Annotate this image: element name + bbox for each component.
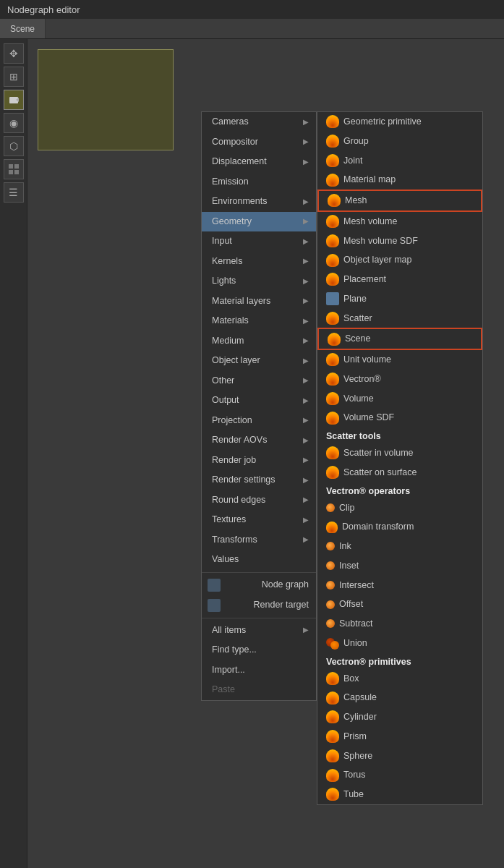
menu-item-textures[interactable]: Textures ▶ — [202, 510, 316, 530]
right-menu-scatter-on-surface[interactable]: Scatter on surface — [317, 463, 482, 482]
menu-item-compositor[interactable]: Compositor ▶ — [202, 132, 316, 153]
menu-item-projection[interactable]: Projection ▶ — [202, 411, 316, 431]
canvas-area: Cameras ▶ Compositor ▶ Displacement ▶ Em… — [27, 39, 504, 868]
arrow-icon: ▶ — [303, 396, 309, 406]
title-bar: Nodegraph editor — [0, 0, 504, 19]
flame-icon — [326, 115, 339, 128]
right-menu-clip[interactable]: Clip — [317, 498, 482, 518]
orange-dot-icon — [326, 619, 335, 628]
menu-item-paste[interactable]: Paste — [202, 680, 316, 700]
flame-icon — [326, 312, 339, 325]
right-menu-vectron[interactable]: Vectron® — [317, 370, 482, 389]
right-menu-prism[interactable]: Prism — [317, 727, 482, 746]
flame-icon — [326, 154, 339, 167]
select-tool-button[interactable]: ⊞ — [4, 67, 24, 87]
menu-item-render-target[interactable]: Render target — [202, 595, 316, 616]
flame-icon — [326, 412, 339, 425]
arrow-icon: ▶ — [303, 237, 309, 247]
arrow-icon: ▶ — [303, 197, 309, 207]
right-menu-intersect[interactable]: Intersect — [317, 576, 482, 595]
menu-item-material-layers[interactable]: Material layers ▶ — [202, 292, 316, 312]
menu-item-other[interactable]: Other ▶ — [202, 371, 316, 391]
menu-item-input[interactable]: Input ▶ — [202, 231, 316, 252]
arrow-icon: ▶ — [303, 625, 309, 635]
arrow-icon: ▶ — [303, 515, 309, 525]
right-menu-ink[interactable]: Ink — [317, 537, 482, 556]
sphere-tool-button[interactable]: ◉ — [4, 113, 24, 133]
flame-icon — [326, 788, 339, 801]
right-menu-joint[interactable]: Joint — [317, 151, 482, 171]
right-menu-box[interactable]: Box — [317, 669, 482, 689]
right-menu-object-layer-map[interactable]: Object layer map — [317, 250, 482, 270]
svg-rect-2 — [9, 164, 13, 169]
flame-icon — [326, 749, 339, 762]
right-menu-scatter-in-volume[interactable]: Scatter in volume — [317, 443, 482, 463]
menu-item-round-edges[interactable]: Round edges ▶ — [202, 490, 316, 511]
menu-item-materials[interactable]: Materials ▶ — [202, 311, 316, 331]
menu-item-object-layer[interactable]: Object layer ▶ — [202, 351, 316, 371]
orange-dot-icon — [326, 561, 335, 570]
right-menu-cylinder[interactable]: Cylinder — [317, 707, 482, 727]
right-menu-mesh[interactable]: Mesh — [317, 190, 482, 212]
right-menu-union[interactable]: Union — [317, 634, 482, 653]
right-menu-unit-volume[interactable]: Unit volume — [317, 350, 482, 370]
right-menu-scene[interactable]: Scene — [317, 328, 482, 350]
right-menu-scatter[interactable]: Scatter — [317, 309, 482, 328]
right-menu-sphere[interactable]: Sphere — [317, 746, 482, 766]
menu-item-lights[interactable]: Lights ▶ — [202, 271, 316, 292]
flame-icon — [326, 392, 339, 405]
menu-item-emission[interactable]: Emission — [202, 172, 316, 192]
left-toolbar: ✥ ⊞ ◉ ⬡ ☰ — [0, 39, 27, 868]
arrow-icon: ▶ — [303, 356, 309, 366]
right-menu-inset[interactable]: Inset — [317, 556, 482, 576]
move-tool-button[interactable]: ✥ — [4, 43, 24, 64]
menu-item-output[interactable]: Output ▶ — [202, 391, 316, 411]
menu-item-environments[interactable]: Environments ▶ — [202, 192, 316, 212]
flame-icon — [326, 730, 339, 743]
menu-item-geometry[interactable]: Geometry ▶ — [202, 212, 316, 232]
menu-item-kernels[interactable]: Kernels ▶ — [202, 252, 316, 272]
menu-item-displacement[interactable]: Displacement ▶ — [202, 152, 316, 172]
flame-icon — [326, 692, 339, 705]
right-menu-placement[interactable]: Placement — [317, 270, 482, 289]
svg-rect-4 — [9, 170, 13, 174]
menu-item-import[interactable]: Import... — [202, 660, 316, 681]
arrow-icon: ▶ — [303, 475, 309, 485]
scene-tab[interactable]: Scene — [0, 19, 46, 38]
arrow-icon: ▶ — [303, 435, 309, 446]
dual-icon — [326, 637, 339, 650]
right-menu-plane[interactable]: Plane — [317, 289, 482, 309]
arrow-icon: ▶ — [303, 375, 309, 386]
menu-item-transforms[interactable]: Transforms ▶ — [202, 530, 316, 550]
right-menu-volume[interactable]: Volume — [317, 389, 482, 409]
right-menu-torus[interactable]: Torus — [317, 765, 482, 785]
render-target-icon — [208, 599, 221, 612]
menu-item-medium[interactable]: Medium ▶ — [202, 331, 316, 352]
grid-tool-button[interactable] — [4, 159, 24, 179]
flame-icon — [326, 373, 339, 386]
right-menu-geometric-primitive[interactable]: Geometric primitive — [317, 112, 482, 132]
right-menu-mesh-volume[interactable]: Mesh volume — [317, 212, 482, 231]
link-tool-button[interactable]: ⬡ — [4, 136, 24, 156]
right-menu-material-map[interactable]: Material map — [317, 170, 482, 190]
right-menu-domain-transform[interactable]: Domain transform — [317, 517, 482, 537]
blue-icon — [326, 292, 339, 305]
right-menu-offset[interactable]: Offset — [317, 595, 482, 614]
right-menu-group[interactable]: Group — [317, 132, 482, 151]
menu-item-values[interactable]: Values — [202, 550, 316, 570]
right-menu-capsule[interactable]: Capsule — [317, 688, 482, 707]
menu-item-render-job[interactable]: Render job ▶ — [202, 451, 316, 471]
menu-item-cameras[interactable]: Cameras ▶ — [202, 112, 316, 132]
arrow-icon: ▶ — [303, 535, 309, 545]
right-menu-volume-sdf[interactable]: Volume SDF — [317, 408, 482, 427]
menu-item-render-settings[interactable]: Render settings ▶ — [202, 470, 316, 490]
menu-item-node-graph[interactable]: Node graph — [202, 575, 316, 595]
right-menu-tube[interactable]: Tube — [317, 785, 482, 804]
menu-item-find-type[interactable]: Find type... — [202, 640, 316, 660]
menu-item-render-aovs[interactable]: Render AOVs ▶ — [202, 430, 316, 451]
camera-tool-button[interactable] — [4, 90, 24, 110]
right-menu-mesh-volume-sdf[interactable]: Mesh volume SDF — [317, 231, 482, 251]
list-tool-button[interactable]: ☰ — [4, 182, 24, 203]
right-menu-subtract[interactable]: Subtract — [317, 614, 482, 634]
menu-item-all-items[interactable]: All items ▶ — [202, 621, 316, 641]
